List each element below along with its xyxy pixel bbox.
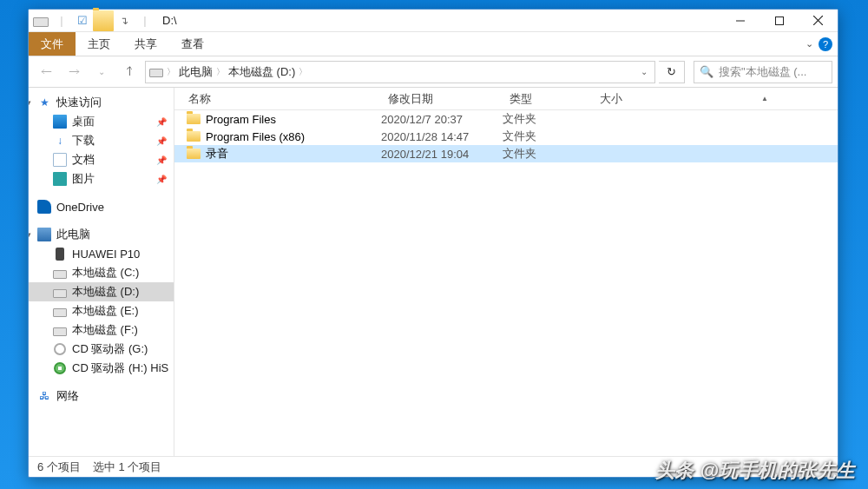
maximize-button[interactable] (760, 10, 799, 32)
file-row[interactable]: Program Files (x86) 2020/11/28 14:47 文件夹 (174, 128, 838, 145)
pin-icon: 📌 (156, 155, 167, 165)
qat-dropdown-icon[interactable]: ↴ (114, 10, 135, 31)
chevron-down-icon[interactable]: ▾ (29, 98, 31, 107)
folder-icon (93, 10, 114, 31)
nav-downloads[interactable]: ↓下载📌 (29, 131, 174, 150)
breadcrumb-root[interactable]: 此电脑 (179, 64, 213, 80)
tab-view[interactable]: 查看 (169, 32, 216, 56)
pin-icon: 📌 (156, 175, 167, 184)
status-selected: 选中 1 个项目 (93, 459, 161, 475)
drive-icon (53, 304, 67, 318)
phone-icon (53, 247, 67, 261)
address-bar[interactable]: 〉 此电脑 〉 本地磁盘 (D:) 〉 ⌄ (145, 61, 655, 83)
drive-icon (53, 285, 67, 299)
drive-icon (30, 10, 51, 31)
document-icon (53, 153, 67, 167)
nav-cd-g[interactable]: CD 驱动器 (G:) (29, 340, 174, 359)
folder-icon (187, 149, 201, 159)
ribbon-expand-icon[interactable]: ⌄ (806, 38, 813, 50)
nav-drive-f[interactable]: 本地磁盘 (F:) (29, 320, 174, 340)
pc-icon (37, 228, 51, 241)
ribbon-tabs: 文件 主页 共享 查看 ⌄ ? (29, 32, 838, 56)
chevron-right-icon[interactable]: 〉 (167, 66, 175, 78)
tab-share[interactable]: 共享 (122, 32, 169, 56)
search-input[interactable]: 🔍 搜索"本地磁盘 (... (694, 61, 832, 83)
col-type[interactable]: 类型 (504, 91, 595, 107)
minimize-button[interactable] (720, 10, 760, 32)
folder-icon (187, 131, 201, 142)
nav-onedrive[interactable]: OneDrive (29, 197, 174, 216)
explorer-window: | ☑ ↴ | D:\ 文件 主页 共享 查看 ⌄ ? 🡐 🡒 ⌄ 🡑 〉 此电 (28, 9, 838, 478)
address-dropdown-icon[interactable]: ⌄ (641, 67, 651, 76)
tab-home[interactable]: 主页 (76, 32, 122, 56)
nav-quick-access[interactable]: ▾★快速访问 (29, 93, 174, 112)
qat-divider-icon: | (135, 10, 155, 31)
nav-documents[interactable]: 文档📌 (29, 150, 174, 169)
nav-this-pc[interactable]: ▾此电脑 (29, 225, 174, 244)
watermark: 头条 @玩手机的张先生 (655, 458, 856, 484)
nav-drive-c[interactable]: 本地磁盘 (C:) (29, 263, 174, 282)
chevron-down-icon[interactable]: ▾ (29, 230, 31, 239)
cd-icon (53, 361, 67, 375)
recent-dropdown-icon[interactable]: ⌄ (89, 60, 114, 84)
pin-icon: 📌 (156, 136, 167, 146)
drive-icon (53, 323, 67, 337)
pin-icon: 📌 (156, 117, 167, 127)
up-button[interactable]: 🡑 (117, 60, 141, 84)
column-headers: 名称 修改日期 类型 大小 ▲ (174, 88, 838, 110)
file-list: 名称 修改日期 类型 大小 ▲ Program Files 2020/12/7 … (174, 88, 838, 456)
close-button[interactable] (799, 10, 838, 32)
window-title: D:\ (157, 14, 177, 27)
nav-drive-e[interactable]: 本地磁盘 (E:) (29, 301, 174, 320)
nav-pictures[interactable]: 图片📌 (29, 169, 174, 188)
content-area: ▾★快速访问 桌面📌 ↓下载📌 文档📌 图片📌 OneDrive ▾此电脑 HU… (29, 88, 838, 456)
folder-icon (187, 114, 201, 124)
nav-drive-d[interactable]: 本地磁盘 (D:) (29, 282, 174, 301)
tab-file[interactable]: 文件 (29, 32, 76, 56)
search-placeholder: 搜索"本地磁盘 (... (719, 64, 806, 80)
nav-desktop[interactable]: 桌面📌 (29, 112, 174, 131)
onedrive-icon (37, 200, 51, 214)
col-name[interactable]: 名称 (183, 91, 383, 107)
breadcrumb-drive[interactable]: 本地磁盘 (D:) (228, 64, 295, 80)
back-button[interactable]: 🡐 (34, 60, 58, 84)
cd-icon (53, 342, 67, 356)
nav-network[interactable]: 🖧网络 (29, 387, 174, 406)
file-row[interactable]: Program Files 2020/12/7 20:37 文件夹 (174, 110, 838, 128)
network-icon: 🖧 (37, 389, 51, 403)
download-icon: ↓ (53, 134, 67, 148)
search-icon: 🔍 (700, 65, 713, 78)
chevron-right-icon[interactable]: 〉 (299, 66, 307, 78)
star-icon: ★ (37, 96, 51, 109)
quick-access-toolbar: | ☑ ↴ | (29, 10, 157, 31)
drive-icon (149, 69, 163, 77)
svg-rect-1 (775, 17, 783, 24)
col-date[interactable]: 修改日期 (383, 91, 504, 107)
refresh-button[interactable]: ↻ (659, 61, 685, 83)
nav-phone[interactable]: HUAWEI P10 (29, 244, 174, 263)
sort-indicator-icon: ▲ (761, 95, 768, 102)
help-icon[interactable]: ? (819, 37, 832, 51)
qat-separator-icon: | (51, 10, 72, 31)
title-bar: | ☑ ↴ | D:\ (29, 10, 838, 32)
navigation-bar: 🡐 🡒 ⌄ 🡑 〉 此电脑 〉 本地磁盘 (D:) 〉 ⌄ ↻ 🔍 搜索"本地磁… (29, 56, 838, 88)
picture-icon (53, 172, 67, 186)
forward-button[interactable]: 🡒 (62, 60, 86, 84)
file-row-selected[interactable]: 录音 2020/12/21 19:04 文件夹 (174, 145, 838, 162)
navigation-pane[interactable]: ▾★快速访问 桌面📌 ↓下载📌 文档📌 图片📌 OneDrive ▾此电脑 HU… (29, 88, 174, 456)
chevron-right-icon[interactable]: 〉 (216, 66, 225, 78)
status-count: 6 个项目 (37, 459, 81, 475)
window-controls (720, 10, 838, 32)
col-size[interactable]: 大小 (595, 91, 655, 107)
qat-check-icon[interactable]: ☑ (72, 10, 93, 31)
drive-icon (53, 266, 67, 280)
ribbon-right: ⌄ ? (800, 32, 838, 56)
nav-cd-h[interactable]: CD 驱动器 (H:) HiS (29, 359, 174, 378)
desktop-icon (53, 115, 67, 129)
